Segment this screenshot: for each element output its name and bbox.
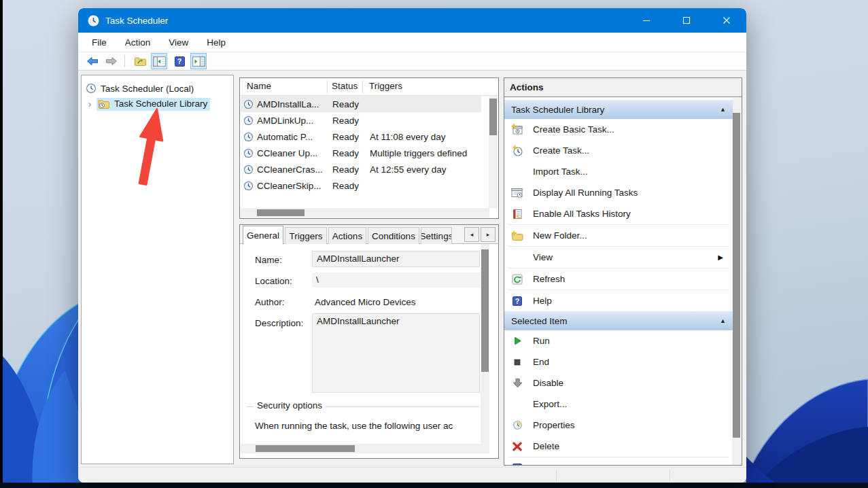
scrollbar-thumb[interactable] xyxy=(733,113,740,438)
action-pane-icon xyxy=(192,56,205,67)
tab-conditions[interactable]: Conditions xyxy=(368,227,419,244)
help-toolbar-button[interactable]: ? xyxy=(171,53,188,69)
task-scheduler-app-icon xyxy=(88,15,99,27)
maximize-icon xyxy=(682,16,691,24)
action-import-task[interactable]: Import Task... xyxy=(504,161,733,182)
tab-scroll-left-icon: ◂ xyxy=(470,231,474,238)
task-triggers: Multiple triggers defined xyxy=(370,148,467,158)
maximize-button[interactable] xyxy=(671,8,702,33)
minimize-button[interactable] xyxy=(631,8,662,33)
menu-action[interactable]: Action xyxy=(122,35,154,50)
section-header-label: Task Scheduler Library xyxy=(511,105,604,115)
scrollbar-thumb[interactable] xyxy=(481,249,489,372)
tree-item-task-scheduler-local[interactable]: Task Scheduler (Local) xyxy=(86,81,194,96)
tab-triggers[interactable]: Triggers xyxy=(285,227,327,244)
tab-scroll-left-button[interactable]: ◂ xyxy=(464,227,479,242)
author-value: Advanced Micro Devices xyxy=(315,297,416,307)
tab-actions[interactable]: Actions xyxy=(328,227,366,244)
task-list-vertical-scrollbar[interactable] xyxy=(489,96,498,208)
tree-item-task-scheduler-library[interactable]: › Task Scheduler Library xyxy=(86,97,210,111)
column-header-name[interactable]: Name xyxy=(247,81,271,91)
toolbar: ? xyxy=(78,52,746,71)
chevron-right-icon[interactable]: › xyxy=(86,99,94,109)
detail-vertical-scrollbar[interactable] xyxy=(481,244,489,444)
detail-horizontal-scrollbar[interactable] xyxy=(241,444,489,453)
actions-section-header-selected-item[interactable]: Selected Item ▲ xyxy=(504,311,733,330)
action-enable-all-tasks-history[interactable]: Enable All Tasks History xyxy=(504,203,733,224)
tab-general[interactable]: General xyxy=(243,226,283,245)
actions-vertical-scrollbar[interactable] xyxy=(732,98,741,465)
name-field[interactable]: AMDInstallLauncher xyxy=(312,251,480,267)
console-tree-icon xyxy=(153,56,166,67)
back-icon xyxy=(86,56,99,67)
new-folder-icon xyxy=(511,230,523,241)
action-run[interactable]: Run xyxy=(504,330,733,351)
scrollbar-thumb[interactable] xyxy=(256,445,355,452)
column-divider[interactable] xyxy=(327,80,328,94)
task-row[interactable]: AMDLinkUp... Ready xyxy=(241,112,481,128)
history-log-icon xyxy=(512,209,523,220)
action-display-all-running-tasks[interactable]: Display All Running Tasks xyxy=(504,182,733,203)
refresh-icon xyxy=(512,274,523,285)
close-button[interactable] xyxy=(711,8,742,33)
column-header-status[interactable]: Status xyxy=(332,81,358,91)
task-row[interactable]: AMDInstallLa... Ready xyxy=(241,96,481,112)
task-name: Automatic P... xyxy=(257,132,325,142)
column-divider[interactable] xyxy=(362,80,363,94)
action-properties[interactable]: Properties xyxy=(504,415,733,436)
collapse-icon[interactable]: ▲ xyxy=(720,106,726,113)
tab-scroll-right-button[interactable]: ▸ xyxy=(481,227,496,242)
task-triggers: At 12:55 every day xyxy=(370,164,447,175)
export-list-button[interactable] xyxy=(132,53,148,69)
menu-bar: File Action View Help xyxy=(78,33,746,52)
help-icon: ? xyxy=(513,296,522,306)
console-tree-toggle-button[interactable] xyxy=(151,53,167,69)
actions-panel-title: Actions xyxy=(504,78,742,97)
action-export[interactable]: Export... xyxy=(504,394,733,415)
clock-icon xyxy=(243,164,254,175)
scrollbar-thumb[interactable] xyxy=(257,209,305,216)
action-create-basic-task[interactable]: Create Basic Task... xyxy=(504,119,733,140)
forward-button[interactable] xyxy=(103,53,120,69)
task-list-horizontal-scrollbar[interactable] xyxy=(241,208,489,217)
action-view[interactable]: View ▶ xyxy=(504,247,733,268)
column-header-triggers[interactable]: Triggers xyxy=(369,81,402,91)
tab-settings[interactable]: Settings xyxy=(421,227,452,244)
menu-file[interactable]: File xyxy=(88,35,110,50)
action-help-selected[interactable]: ? Help xyxy=(504,457,733,465)
description-field[interactable]: AMDInstallLauncher xyxy=(312,313,480,393)
action-help-library[interactable]: ? Help xyxy=(504,290,733,311)
location-label: Location: xyxy=(255,276,292,286)
task-name: AMDInstallLa... xyxy=(257,99,325,109)
scrollbar-thumb[interactable] xyxy=(489,99,497,135)
actions-section-header-library[interactable]: Task Scheduler Library ▲ xyxy=(504,100,733,119)
collapse-icon[interactable]: ▲ xyxy=(720,317,726,324)
create-task-icon xyxy=(512,145,523,156)
description-label: Description: xyxy=(255,318,303,328)
task-row[interactable]: CCleanerSkip... Ready xyxy=(241,177,481,194)
titlebar[interactable]: Task Scheduler xyxy=(78,8,746,33)
help-icon: ? xyxy=(175,56,185,67)
back-button[interactable] xyxy=(84,53,101,69)
action-create-task[interactable]: Create Task... xyxy=(504,140,733,161)
action-pane-toggle-button[interactable] xyxy=(190,53,207,69)
action-new-folder[interactable]: New Folder... xyxy=(504,225,733,246)
menu-view[interactable]: View xyxy=(165,35,192,50)
task-row[interactable]: CCleaner Up... Ready Multiple triggers d… xyxy=(241,145,481,161)
toolbar-separator xyxy=(124,55,125,67)
create-basic-task-icon xyxy=(511,124,523,135)
task-row[interactable]: CCleanerCras... Ready At 12:55 every day xyxy=(241,161,481,177)
author-label: Author: xyxy=(255,297,285,307)
task-row[interactable]: Automatic P... Ready At 11:08 every day xyxy=(241,128,481,145)
name-label: Name: xyxy=(255,255,282,265)
task-name: CCleaner Up... xyxy=(257,148,325,158)
task-name: CCleanerSkip... xyxy=(257,181,325,191)
actions-panel: Actions Task Scheduler Library ▲ Create … xyxy=(504,77,742,466)
action-refresh[interactable]: Refresh xyxy=(504,268,733,290)
detail-tabstrip: General Triggers Actions Conditions Sett… xyxy=(240,225,498,244)
menu-help[interactable]: Help xyxy=(203,35,229,50)
action-delete[interactable]: Delete xyxy=(504,436,733,457)
action-disable[interactable]: Disable xyxy=(504,372,733,394)
task-triggers: At 11:08 every day xyxy=(370,132,446,142)
action-end[interactable]: End xyxy=(504,351,733,372)
